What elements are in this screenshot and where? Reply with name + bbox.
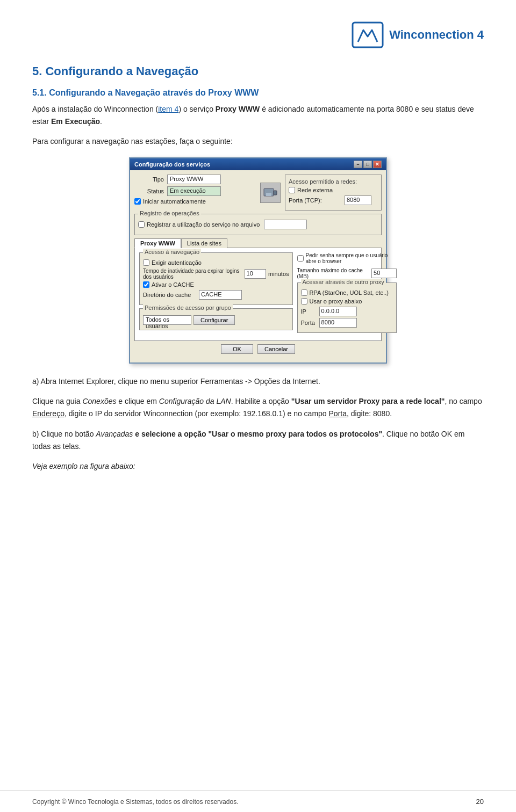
cache-label: Ativar o CACHE (152, 281, 194, 288)
left-col: Acesso à navegação Exigir autenticação T… (139, 252, 293, 336)
log-checkbox-row: Registrar a utilização do serviço no arq… (138, 220, 378, 229)
intro-text2: ) o serviço (178, 105, 215, 113)
minimize-button[interactable]: – (354, 161, 362, 168)
cache-dir-value[interactable]: CACHE (199, 290, 242, 300)
type-value: Proxy WWW (167, 175, 221, 184)
tab-content: Acesso à navegação Exigir autenticação T… (134, 248, 382, 341)
svg-rect-0 (353, 23, 383, 47)
use-proxy-checkbox[interactable] (301, 298, 307, 305)
em-execucao-bold: Em Execução (51, 117, 100, 126)
para2-text: Para configurar a navegação nas estações… (32, 135, 484, 148)
ip-label: IP (301, 308, 317, 315)
section-title: 5. Configurando a Navegação (32, 64, 484, 78)
auto-start-row: Iniciar automaticamente (134, 198, 253, 205)
subsection-title: 5.1. Configurando a Navegação através do… (32, 88, 484, 98)
tab-lista-sites[interactable]: Lista de sites (181, 238, 227, 248)
port-label: Porta (TCP): (289, 197, 342, 204)
port2-value[interactable]: 8080 (319, 318, 357, 328)
all-users-row: Todos os usuários Configurar (143, 315, 289, 325)
type-label: Tipo (134, 176, 164, 183)
p2-endereco: Endereço (32, 409, 64, 418)
tabs-row: Proxy WWW Lista de sites (134, 238, 382, 248)
restore-button[interactable]: □ (363, 161, 372, 168)
p2-usar: "Usar um servidor Proxy para a rede loca… (291, 397, 445, 405)
logo-text: Winconnection 4 (389, 28, 484, 42)
type-row: Tipo Proxy WWW (134, 175, 253, 184)
dialog-title: Configuração dos serviços (134, 161, 210, 168)
inactivity-row: Tempo de inatividade para expirar logins… (143, 268, 289, 280)
port-value[interactable]: 8080 (345, 195, 371, 205)
cancel-button[interactable]: Cancelar (257, 344, 295, 354)
p2-f: , digite: 8080. (347, 409, 392, 418)
status-label: Status (134, 188, 164, 194)
dialog-titlebar: Configuração dos serviços – □ ✕ (130, 158, 386, 170)
ip-value[interactable]: 0.0.0.0 (319, 307, 357, 316)
item4-link[interactable]: item 4 (158, 105, 178, 113)
para-b: b) Clique no botão Avançadas e selecione… (32, 428, 484, 453)
auth-label: Exigir autenticação (152, 259, 202, 266)
footer-copyright: Copyright © Winco Tecnologia e Sistemas,… (32, 798, 238, 806)
cache-size-label: Tamanho máximo do cache (MB) (297, 267, 370, 279)
inactivity-unit: minutos (268, 271, 289, 277)
all-users-value: Todos os usuários (143, 315, 191, 325)
nav-group-label: Acesso à navegação (143, 249, 201, 255)
cache-checkbox[interactable] (143, 281, 149, 288)
config-button[interactable]: Configurar (194, 315, 235, 325)
p2-config: Configuração da LAN (159, 397, 231, 405)
rpa-checkbox[interactable] (301, 289, 307, 296)
permissions-group-label: Permissões de acesso por grupo (143, 305, 233, 311)
ask-pass-row: Pedir senha sempre que o usuário abre o … (297, 252, 397, 264)
p2-text: Clique na guia (32, 397, 82, 405)
cache-dir-label: Diretório do cache (143, 292, 197, 298)
ext-network-checkbox[interactable] (289, 187, 295, 193)
permissions-group: Permissões de acesso por grupo Todos os … (139, 308, 293, 330)
tab-proxy-www[interactable]: Proxy WWW (134, 238, 181, 248)
rpa-label: RPA (StarOne, UOL Sat, etc..) (310, 289, 389, 296)
svg-rect-2 (266, 193, 271, 196)
status-value: Em execução (167, 186, 221, 196)
log-checkbox[interactable] (138, 221, 145, 228)
page-footer: Copyright © Winco Tecnologia e Sistemas,… (0, 791, 516, 812)
cache-checkbox-row: Ativar o CACHE (143, 281, 289, 288)
ip-row: IP 0.0.0.0 (301, 307, 393, 316)
cache-size-value[interactable]: 50 (371, 269, 397, 278)
nav-group: Acesso à navegação Exigir autenticação T… (139, 252, 293, 305)
p3-avancadas: Avançadas (96, 430, 133, 438)
inactivity-label: Tempo de inatividade para expirar logins… (143, 268, 242, 280)
proxy-group-label: Acessar através de outro proxy (301, 279, 386, 285)
service-icon (260, 183, 281, 203)
port-row: Porta (TCP): 8080 (289, 195, 378, 205)
ask-pass-checkbox[interactable] (297, 255, 304, 262)
status-row: Status Em execução (134, 186, 253, 196)
log-file-input[interactable] (264, 220, 307, 229)
port2-row: Porta 8080 (301, 318, 393, 328)
intro-text4: . (100, 117, 102, 126)
log-label: Registrar a utilização do serviço no arq… (147, 221, 260, 228)
dialog-body: Tipo Proxy WWW Status Em execução Inicia… (130, 170, 386, 363)
close-button[interactable]: ✕ (373, 161, 382, 168)
para-connections: Clique na guia Conexões e clique em Conf… (32, 395, 484, 420)
log-group: Registro de operações Registrar a utiliz… (134, 214, 382, 235)
dialog-window: Configuração dos serviços – □ ✕ Tipo Pro… (129, 157, 387, 364)
p2-conexoes: Conexões (82, 397, 116, 405)
veja-text: Veja exemplo na figura abaixo: (32, 462, 135, 470)
para-veja: Veja exemplo na figura abaixo: (32, 460, 484, 473)
tab-main-layout: Acesso à navegação Exigir autenticação T… (139, 252, 377, 336)
log-group-label: Registro de operações (138, 210, 201, 216)
header-logo: Winconnection 4 (32, 21, 484, 48)
dialog-footer: OK Cancelar (134, 341, 382, 358)
p3-b: b) Clique no botão (32, 430, 96, 438)
ask-pass-label: Pedir senha sempre que o usuário abre o … (306, 252, 397, 264)
ext-network-label: Rede externa (297, 187, 333, 193)
use-proxy-label: Usar o proxy abaixo (310, 298, 362, 305)
p2-d: , no campo (445, 397, 482, 405)
logo-box: Winconnection 4 (352, 21, 484, 48)
p3-bold: e selecione a opção "Usar o mesmo proxy … (133, 430, 382, 438)
proxy-group: Acessar através de outro proxy RPA (Star… (297, 282, 397, 333)
svg-rect-3 (274, 191, 277, 195)
ok-button[interactable]: OK (221, 344, 253, 354)
auth-checkbox[interactable] (143, 259, 149, 266)
auto-start-checkbox[interactable] (134, 198, 141, 205)
inactivity-value[interactable]: 10 (245, 269, 266, 279)
titlebar-buttons: – □ ✕ (354, 161, 382, 168)
